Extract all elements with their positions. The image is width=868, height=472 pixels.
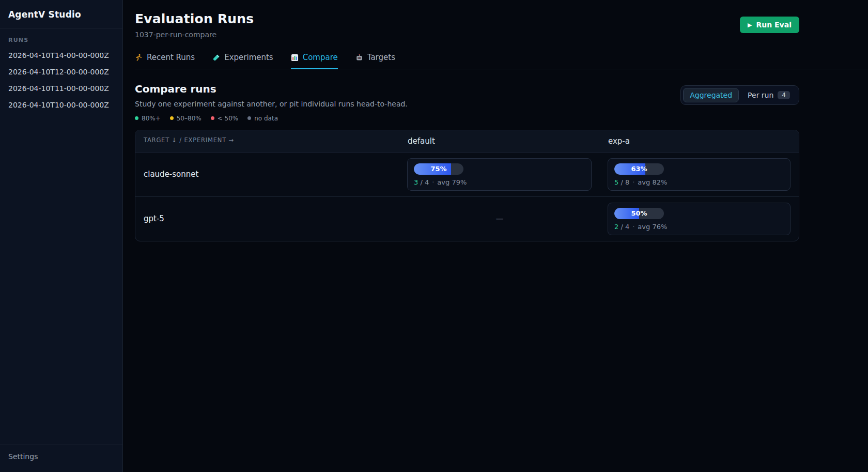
toggle-aggregated[interactable]: Aggregated — [683, 88, 739, 102]
compare-table: TARGET ↓ / EXPERIMENT →defaultexp-a clau… — [135, 130, 799, 241]
tab-label: Recent Runs — [147, 53, 195, 62]
tab-label: Targets — [367, 53, 395, 62]
run-eval-button[interactable]: ▶ Run Eval — [740, 17, 799, 33]
legend-item: < 50% — [211, 115, 239, 122]
compare-header: Compare runs Study one experiment agains… — [135, 83, 799, 108]
toggle-per-run[interactable]: Per run 4 — [741, 88, 797, 102]
tab-recent-runs[interactable]: Recent Runs — [135, 53, 195, 69]
legend-dot — [247, 116, 251, 120]
score-badge: 63% — [614, 163, 664, 175]
score-card: 75%3 / 4·avg 79% — [407, 158, 592, 191]
score-stats: 2 / 4·avg 76% — [614, 223, 784, 231]
play-icon: ▶ — [748, 22, 752, 28]
score-card: 50%2 / 4·avg 76% — [608, 203, 791, 235]
total-count: / 4 — [418, 178, 429, 186]
stats-separator: · — [632, 223, 634, 231]
legend-label: no data — [254, 115, 278, 122]
runner-icon — [135, 54, 143, 62]
runs-list: 2026-04-10T14-00-00-000Z2026-04-10T12-00… — [0, 47, 122, 113]
sidebar-run-item[interactable]: 2026-04-10T12-00-00-000Z — [0, 64, 122, 80]
tab-compare[interactable]: Compare — [291, 53, 338, 69]
legend-label: 50–80% — [177, 115, 202, 122]
target-name: gpt-5 — [135, 214, 399, 223]
score-card: 63%5 / 8·avg 82% — [608, 158, 791, 191]
stats-separator: · — [632, 178, 634, 186]
test-tube-icon — [212, 54, 220, 62]
sidebar-run-item[interactable]: 2026-04-10T11-00-00-000Z — [0, 80, 122, 97]
tab-bar: Recent RunsExperimentsCompareTargets — [135, 53, 868, 69]
avg-score: avg 79% — [437, 178, 467, 186]
runs-section-label: RUNS — [0, 28, 122, 47]
total-count: / 8 — [618, 178, 629, 186]
legend: 80%+50–80%< 50%no data — [135, 115, 799, 122]
page-title: Evaluation Runs — [135, 11, 254, 26]
per-run-count-badge: 4 — [778, 91, 790, 99]
table-body: claude-sonnet75%3 / 4·avg 79%63%5 / 8·av… — [135, 153, 799, 241]
table-row: gpt-5—50%2 / 4·avg 76% — [135, 196, 799, 241]
robot-icon — [355, 54, 363, 62]
tab-label: Compare — [303, 53, 338, 62]
avg-score: avg 76% — [638, 223, 667, 231]
score-percent-label: 63% — [614, 163, 664, 175]
legend-dot — [211, 116, 214, 120]
score-percent-label: 50% — [614, 208, 664, 219]
tab-targets[interactable]: Targets — [355, 53, 395, 69]
view-mode-toggle: Aggregated Per run 4 — [680, 85, 799, 105]
legend-dot — [135, 116, 138, 120]
score-stats: 3 / 4·avg 79% — [414, 178, 585, 186]
legend-dot — [170, 116, 174, 120]
sidebar-run-item[interactable]: 2026-04-10T14-00-00-000Z — [0, 47, 122, 64]
score-stats: 5 / 8·avg 82% — [614, 178, 784, 186]
table-row: claude-sonnet75%3 / 4·avg 79%63%5 / 8·av… — [135, 153, 799, 196]
stats-separator: · — [432, 178, 434, 186]
compare-title: Compare runs — [135, 83, 408, 95]
tab-label: Experiments — [224, 53, 273, 62]
score-badge: 75% — [414, 163, 463, 175]
page-header: Evaluation Runs 1037-per-run-compare ▶ R… — [135, 0, 799, 39]
legend-item: 80%+ — [135, 115, 161, 122]
score-cell-wrap: — — [399, 214, 600, 223]
run-eval-label: Run Eval — [756, 21, 792, 29]
column-header-exp-a: exp-a — [600, 130, 799, 152]
target-name: claude-sonnet — [135, 170, 399, 179]
table-corner-header: TARGET ↓ / EXPERIMENT → — [135, 130, 399, 152]
app-title: AgentV Studio — [0, 0, 122, 28]
legend-label: < 50% — [218, 115, 239, 122]
sidebar: AgentV Studio RUNS 2026-04-10T14-00-00-0… — [0, 0, 123, 472]
total-count: / 4 — [618, 223, 629, 231]
score-badge: 50% — [614, 208, 664, 219]
empty-cell-dash: — — [496, 214, 504, 223]
score-percent-label: 75% — [414, 163, 463, 175]
settings-link[interactable]: Settings — [0, 445, 122, 472]
score-cell-wrap: 50%2 / 4·avg 76% — [600, 197, 799, 241]
compare-subtitle: Study one experiment against another, or… — [135, 100, 408, 108]
score-cell-wrap: 63%5 / 8·avg 82% — [600, 153, 799, 196]
main-content: Evaluation Runs 1037-per-run-compare ▶ R… — [123, 0, 868, 472]
legend-item: 50–80% — [170, 115, 202, 122]
column-header-default: default — [399, 130, 600, 152]
bar-chart-icon — [291, 54, 299, 62]
score-cell-wrap: 75%3 / 4·avg 79% — [399, 153, 600, 196]
page-subtitle: 1037-per-run-compare — [135, 31, 254, 39]
table-header-row: TARGET ↓ / EXPERIMENT →defaultexp-a — [135, 130, 799, 153]
tab-experiments[interactable]: Experiments — [212, 53, 273, 69]
avg-score: avg 82% — [638, 178, 667, 186]
legend-item: no data — [247, 115, 278, 122]
sidebar-run-item[interactable]: 2026-04-10T10-00-00-000Z — [0, 97, 122, 113]
legend-label: 80%+ — [142, 115, 161, 122]
